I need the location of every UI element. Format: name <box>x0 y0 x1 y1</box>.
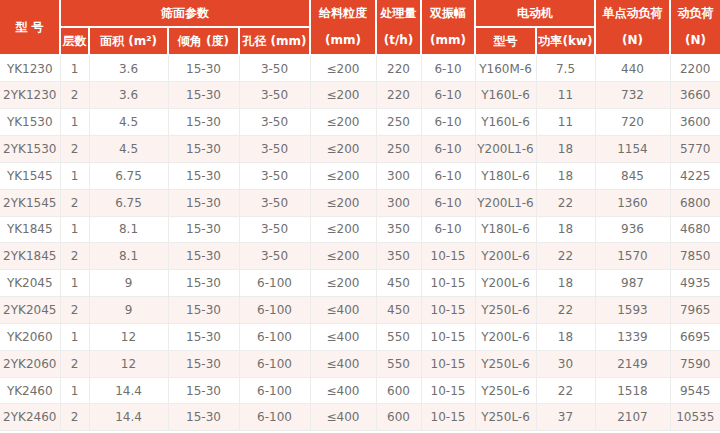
cell-aperture: 6-100 <box>239 377 310 404</box>
cell-area: 9 <box>89 270 168 297</box>
cell-single-point-load: 1593 <box>595 297 670 324</box>
cell-capacity: 450 <box>376 270 421 297</box>
cell-single-point-load: 2107 <box>595 404 670 431</box>
cell-amplitude: 10-15 <box>421 323 475 350</box>
header-single-point-load: 单点动负荷 (N) <box>595 0 670 55</box>
table-row: YK20451915-306-100≤20045010-15Y200L-6189… <box>0 270 720 297</box>
header-amplitude-label: 双振幅 <box>422 0 474 27</box>
table-row: 2YK154526.7515-303-50≤2003006-10Y200L1-6… <box>0 189 720 216</box>
cell-motor-power: 30 <box>536 350 595 377</box>
cell-motor-power: 18 <box>536 136 595 163</box>
cell-layers: 2 <box>60 82 89 109</box>
cell-aperture: 6-100 <box>239 404 310 431</box>
cell-single-point-load: 732 <box>595 82 670 109</box>
header-motor-group: 电动机 <box>475 0 595 27</box>
cell-capacity: 250 <box>376 136 421 163</box>
cell-dynamic-load: 4935 <box>670 270 720 297</box>
table-row: 2YK2460214.415-306-100≤40060010-15Y250L-… <box>0 404 720 431</box>
cell-layers: 1 <box>60 377 89 404</box>
cell-single-point-load: 1360 <box>595 189 670 216</box>
cell-motor-power: 11 <box>536 82 595 109</box>
cell-layers: 1 <box>60 216 89 243</box>
cell-layers: 2 <box>60 350 89 377</box>
cell-motor-model: Y200L1-6 <box>475 136 536 163</box>
cell-dynamic-load: 7850 <box>670 243 720 270</box>
cell-model: YK1845 <box>0 216 60 243</box>
cell-amplitude: 6-10 <box>421 82 475 109</box>
cell-dynamic-load: 3660 <box>670 82 720 109</box>
cell-incline: 15-30 <box>168 377 239 404</box>
cell-model: YK1545 <box>0 162 60 189</box>
cell-area: 4.5 <box>89 109 168 136</box>
table-row: 2YK206021215-306-100≤40055010-15Y250L-63… <box>0 350 720 377</box>
cell-model: 2YK1530 <box>0 136 60 163</box>
cell-dynamic-load: 10535 <box>670 404 720 431</box>
cell-capacity: 350 <box>376 216 421 243</box>
cell-incline: 15-30 <box>168 404 239 431</box>
cell-dynamic-load: 2200 <box>670 55 720 82</box>
cell-dynamic-load: 5770 <box>670 136 720 163</box>
cell-amplitude: 6-10 <box>421 55 475 82</box>
cell-feed-size: ≤200 <box>310 109 376 136</box>
cell-layers: 2 <box>60 243 89 270</box>
header-capacity: 处理量 (t/h) <box>376 0 421 55</box>
cell-aperture: 3-50 <box>239 216 310 243</box>
cell-amplitude: 10-15 <box>421 270 475 297</box>
cell-area: 8.1 <box>89 243 168 270</box>
cell-incline: 15-30 <box>168 297 239 324</box>
table-row: YK2460114.415-306-100≤40060010-15Y250L-6… <box>0 377 720 404</box>
cell-incline: 15-30 <box>168 82 239 109</box>
cell-feed-size: ≤200 <box>310 162 376 189</box>
cell-capacity: 550 <box>376 350 421 377</box>
cell-dynamic-load: 4680 <box>670 216 720 243</box>
cell-single-point-load: 1518 <box>595 377 670 404</box>
cell-single-point-load: 845 <box>595 162 670 189</box>
cell-single-point-load: 1570 <box>595 243 670 270</box>
cell-motor-power: 18 <box>536 162 595 189</box>
cell-model: 2YK2460 <box>0 404 60 431</box>
cell-single-point-load: 936 <box>595 216 670 243</box>
cell-incline: 15-30 <box>168 270 239 297</box>
cell-amplitude: 6-10 <box>421 216 475 243</box>
cell-incline: 15-30 <box>168 350 239 377</box>
cell-capacity: 600 <box>376 377 421 404</box>
cell-motor-model: Y160L-6 <box>475 109 536 136</box>
cell-dynamic-load: 6800 <box>670 189 720 216</box>
cell-motor-power: 22 <box>536 189 595 216</box>
header-motor-model: 型号 <box>475 27 536 55</box>
cell-motor-model: Y200L-6 <box>475 270 536 297</box>
cell-area: 3.6 <box>89 55 168 82</box>
cell-capacity: 450 <box>376 297 421 324</box>
cell-dynamic-load: 6695 <box>670 323 720 350</box>
cell-layers: 2 <box>60 189 89 216</box>
cell-model: 2YK1545 <box>0 189 60 216</box>
cell-capacity: 350 <box>376 243 421 270</box>
cell-area: 6.75 <box>89 162 168 189</box>
cell-motor-power: 37 <box>536 404 595 431</box>
cell-aperture: 3-50 <box>239 243 310 270</box>
cell-aperture: 3-50 <box>239 82 310 109</box>
table-row: 2YK153024.515-303-50≤2002506-10Y200L1-61… <box>0 136 720 163</box>
header-amplitude: 双振幅 (mm) <box>421 0 475 55</box>
table-row: YK154516.7515-303-50≤2003006-10Y180L-618… <box>0 162 720 189</box>
cell-motor-power: 18 <box>536 216 595 243</box>
cell-aperture: 6-100 <box>239 270 310 297</box>
header-dynamic-load: 动负荷 (N) <box>670 0 720 55</box>
cell-single-point-load: 440 <box>595 55 670 82</box>
cell-area: 4.5 <box>89 136 168 163</box>
header-model: 型 号 <box>0 0 60 55</box>
cell-dynamic-load: 4225 <box>670 162 720 189</box>
spec-page: 型 号 筛面参数 给料粒度 (mm) 处理量 (t/h) 双振幅 (mm) 电动… <box>0 0 720 433</box>
cell-model: 2YK1845 <box>0 243 60 270</box>
cell-motor-model: Y160M-6 <box>475 55 536 82</box>
cell-incline: 15-30 <box>168 109 239 136</box>
cell-aperture: 3-50 <box>239 189 310 216</box>
cell-layers: 2 <box>60 136 89 163</box>
cell-motor-power: 18 <box>536 323 595 350</box>
cell-capacity: 600 <box>376 404 421 431</box>
cell-model: YK1530 <box>0 109 60 136</box>
header-motor-power: 功率(kw) <box>536 27 595 55</box>
cell-dynamic-load: 7590 <box>670 350 720 377</box>
cell-model: 2YK2060 <box>0 350 60 377</box>
header-capacity-label: 处理量 <box>377 0 420 27</box>
